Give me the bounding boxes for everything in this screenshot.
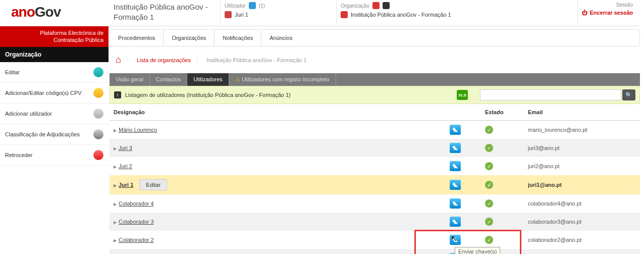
nav-item-2[interactable]: Adicionar utilizador [0,104,109,124]
info-icon: i [114,91,121,98]
sub-tab-0[interactable]: Visão geral [110,73,150,86]
nav-icon [93,150,103,160]
institution-title: Instituição Pública anoGov - Formação 1 [114,2,213,22]
main-tab-2[interactable]: Notificações [214,30,261,46]
col-name[interactable]: Designação [110,104,446,121]
user-name-cell[interactable]: ▶Juri 1Editar [110,175,446,194]
main-tab-1[interactable]: Organizações [164,30,214,46]
org-icon-2 [383,2,390,9]
logout-link[interactable]: ⏻Encerrar sessão [582,10,633,16]
breadcrumb: ⌂ 〉 Lista de organizações 〉 Instituição … [110,52,640,68]
logo: anoGov [0,0,109,26]
user-label: Utilizador (1) [225,2,329,9]
crumb-link[interactable]: Lista de organizações [137,57,191,63]
col-email[interactable]: Email [524,104,640,121]
org-icon-1 [372,2,380,9]
brand-tagline: Plataforma Electrónica de Contratação Pú… [0,26,109,47]
nav-item-0[interactable]: Editar [0,62,109,83]
table-row: ▶Juri 1Editar ✓ juri1@ano.pt [110,175,640,194]
export-xls-button[interactable]: XLS [457,90,468,100]
user-icon [225,11,232,18]
nav-label: Retroceder [5,152,32,158]
user-count-icon [249,2,256,9]
status-ok-icon: ✓ [485,236,493,244]
user-name-cell[interactable]: ▶Colaborador 2 [110,231,446,249]
user-name: Juri 1 [235,12,248,18]
user-email: colaborador3@ano.pt [524,213,640,231]
send-key-button[interactable] [450,161,461,171]
nav-label: Classificação de Adjudicações [5,131,80,137]
main-tabs: ProcedimentosOrganizaçõesNotificaçõesAnú… [110,29,640,46]
edit-button[interactable]: Editar [139,179,167,190]
user-email: juri3@ano.pt [524,139,640,157]
crumb-current: Instituição Pública anoGov - Formação 1 [206,57,307,63]
send-key-button[interactable] [450,143,461,153]
status-ok-icon: ✓ [485,144,493,152]
status-ok-icon: ✓ [485,126,493,134]
status-ok-icon: ✓ [485,162,493,170]
nav-item-3[interactable]: Classificação de Adjudicações [0,124,109,145]
session-label: Sessão [582,2,633,8]
search-button[interactable]: 🔍 [622,89,635,100]
nav-icon [93,67,103,77]
user-email: juri2@ano.pt [524,157,640,175]
user-email: juri1@ano.pt [524,175,640,194]
sub-tab-1[interactable]: Contactos [150,73,188,86]
user-email: colaborador1@ano.pt [524,249,640,254]
user-email: colaborador4@ano.pt [524,194,640,213]
nav-icon [93,88,103,98]
nav-icon [93,109,103,119]
nav-icon [93,129,103,139]
table-row: ▶Colaborador 3 ✓ colaborador3@ano.pt [110,213,640,231]
user-name-cell[interactable]: ▶Juri 3 [110,139,446,157]
org-badge-icon [341,11,348,18]
sub-tabs: Visão geralContactosUtilizadoresUtilizad… [110,73,640,86]
main-tab-3[interactable]: Anúncios [261,30,300,46]
nav-label: Editar [5,69,20,75]
send-key-button[interactable] [450,217,461,227]
col-status[interactable]: Estado [481,104,524,121]
main-tab-0[interactable]: Procedimentos [110,30,164,46]
key-tooltip: Enviar chave(s) [455,247,500,254]
send-key-button[interactable] [450,125,461,135]
user-email: colaborador2@ano.pt [524,231,640,249]
status-ok-icon: ✓ [485,199,493,208]
table-row: ▶Juri 3 ✓ juri3@ano.pt [110,139,640,157]
send-key-button[interactable] [450,198,461,209]
home-icon[interactable]: ⌂ [116,55,121,65]
user-name-cell[interactable]: ▶Mário Lourenço [110,121,446,139]
listing-title: Listagem de utilizadores (Instituição Pú… [125,92,291,98]
table-row: ▶Colaborador 4 ✓ colaborador4@ano.pt [110,194,640,213]
user-email: mario_lourenco@ano.pt [524,121,640,139]
nav-item-1[interactable]: Adicionar/Editar código(s) CPV [0,83,109,104]
send-key-button[interactable]: ↖Enviar chave(s) [450,235,461,245]
sub-tab-2[interactable]: Utilizadores [187,73,229,86]
search-input[interactable] [480,89,621,100]
status-ok-icon: ✓ [485,181,493,189]
table-row: ▶Colaborador 2 ↖Enviar chave(s) ✓ colabo… [110,231,640,249]
table-row: ▶Juri 2 ✓ juri2@ano.pt [110,157,640,175]
nav-label: Adicionar utilizador [5,111,52,117]
sub-tab-3[interactable]: Utilizadores com registo incompleto [229,73,336,86]
table-row: ▶Colaborador 1 ✓ colaborador1@ano.pt [110,249,640,254]
power-icon: ⏻ [582,10,587,16]
user-name-cell[interactable]: ▶Juri 2 [110,157,446,175]
status-ok-icon: ✓ [485,218,493,226]
user-name-cell[interactable]: ▶Colaborador 4 [110,194,446,213]
org-label: Organização [341,2,570,9]
nav-label: Adicionar/Editar código(s) CPV [5,90,82,96]
org-name: Instituição Pública anoGov - Formação 1 [351,12,451,18]
table-row: ▶Mário Lourenço ✓ mario_lourenco@ano.pt [110,121,640,139]
nav-item-4[interactable]: Retroceder [0,145,109,166]
user-name-cell[interactable]: ▶Colaborador 1 [110,249,446,254]
user-name-cell[interactable]: ▶Colaborador 3 [110,213,446,231]
left-nav-title: Organização [0,47,109,62]
send-key-button[interactable] [450,180,461,190]
